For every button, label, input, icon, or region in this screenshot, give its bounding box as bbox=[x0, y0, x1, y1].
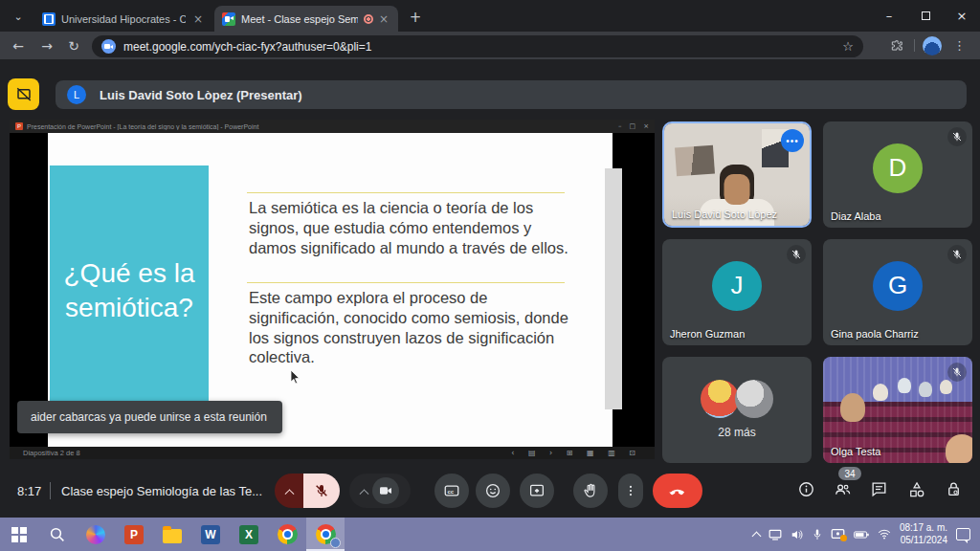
camera-options-chevron[interactable] bbox=[360, 489, 369, 498]
wall-picture bbox=[675, 145, 715, 177]
reactions-button[interactable] bbox=[476, 474, 510, 508]
meet-call-overlay-icon bbox=[330, 538, 341, 548]
close-button[interactable]: × bbox=[944, 0, 980, 32]
mic-off-icon bbox=[947, 363, 967, 382]
tile-gina[interactable]: G Gina paola Charriz bbox=[823, 239, 972, 345]
audience-person bbox=[840, 393, 865, 422]
excel-taskbar-button[interactable]: X bbox=[230, 518, 268, 551]
wifi-icon[interactable] bbox=[878, 529, 891, 540]
bookmark-star-icon[interactable]: ☆ bbox=[842, 39, 854, 54]
extensions-icon[interactable] bbox=[890, 39, 903, 53]
presenter-avatar: L bbox=[67, 85, 86, 104]
more-options-button[interactable] bbox=[618, 474, 643, 508]
mic-button[interactable] bbox=[275, 474, 340, 508]
participant-name: Olga Testa bbox=[831, 446, 880, 457]
chat-button[interactable] bbox=[870, 480, 888, 502]
tile-overflow[interactable]: 28 más bbox=[662, 357, 812, 463]
present-icon bbox=[528, 482, 546, 499]
tab-search-button[interactable]: ⌄ bbox=[8, 7, 29, 26]
host-controls-button[interactable] bbox=[945, 480, 963, 502]
presenter-banner[interactable]: L Luis David Soto Lòpez (Presentar) bbox=[56, 80, 967, 109]
address-bar[interactable]: meet.google.com/ych-ciac-fyx?authuser=0&… bbox=[92, 35, 863, 57]
taskbar-clock[interactable]: 08:17 a. m. 05/11/2024 bbox=[900, 522, 947, 546]
minimize-button[interactable]: – bbox=[871, 0, 907, 32]
ppt-close-icon: × bbox=[643, 122, 649, 130]
meeting-details-button[interactable] bbox=[797, 480, 815, 502]
mic-muted-toggle[interactable] bbox=[303, 474, 340, 508]
action-center-icon[interactable] bbox=[956, 528, 970, 540]
slide-divider bbox=[247, 192, 565, 193]
search-icon bbox=[49, 526, 66, 543]
info-icon bbox=[797, 480, 815, 498]
cast-icon[interactable] bbox=[768, 529, 782, 540]
join-toast: aider cabarcas ya puede unirse a esta re… bbox=[17, 401, 282, 433]
screen-share-icon[interactable] bbox=[831, 528, 845, 540]
clock-time: 08:17 a. m. bbox=[900, 522, 947, 535]
meet-control-bar: 8:17 Clase espejo Semiología de las Te..… bbox=[0, 464, 980, 518]
browser-menu-icon[interactable]: ⋮ bbox=[953, 35, 966, 56]
raise-hand-button[interactable] bbox=[573, 474, 608, 508]
present-screen-button[interactable] bbox=[520, 474, 554, 508]
slide-title-line2: semiótica? bbox=[65, 291, 193, 325]
start-button[interactable] bbox=[0, 518, 38, 551]
forward-button[interactable]: → bbox=[36, 35, 57, 56]
tile-diaz[interactable]: D Diaz Alaba bbox=[823, 121, 972, 228]
restore-icon bbox=[922, 11, 930, 20]
tile-olga[interactable]: Olga Testa bbox=[823, 357, 972, 463]
captions-icon: cc bbox=[443, 482, 460, 499]
powerpoint-titlebar: P Presentación de PowerPoint - [La teorí… bbox=[10, 120, 655, 133]
restore-button[interactable] bbox=[907, 0, 944, 32]
meeting-clock: 8:17 bbox=[17, 484, 41, 498]
browser-tab-strip: ⌄ Universidad Hipocrates - Calen × Meet … bbox=[0, 0, 980, 32]
audience-person bbox=[940, 380, 952, 394]
tab-close-icon[interactable]: × bbox=[377, 12, 390, 26]
tile-options-icon[interactable]: ••• bbox=[781, 129, 804, 152]
audience-person bbox=[873, 384, 888, 401]
avatar: J bbox=[712, 261, 762, 311]
participants-count-badge: 34 bbox=[838, 467, 861, 480]
microphone-tray-icon[interactable] bbox=[813, 528, 822, 541]
back-button[interactable]: ← bbox=[8, 35, 29, 56]
camera-button[interactable] bbox=[349, 474, 411, 508]
avatar bbox=[735, 380, 773, 418]
powerpoint-icon: P bbox=[15, 122, 23, 130]
word-icon: W bbox=[201, 525, 220, 544]
tile-jheron[interactable]: J Jheron Guzman bbox=[662, 239, 812, 345]
copilot-button[interactable] bbox=[77, 518, 115, 551]
camera-icon bbox=[378, 483, 393, 498]
chrome-meet-taskbar-button[interactable] bbox=[306, 518, 345, 551]
audience-person bbox=[946, 434, 972, 463]
slide-paragraph-2: Este campo explora el proceso de signifi… bbox=[249, 288, 572, 367]
new-tab-button[interactable]: + bbox=[406, 8, 425, 27]
battery-icon bbox=[854, 530, 869, 540]
ppt-view-controls[interactable]: ‹ ▤ › ⊞ ▦ ▥ ⊡ bbox=[511, 449, 641, 457]
divider bbox=[50, 482, 51, 499]
reload-button[interactable]: ↻ bbox=[63, 35, 84, 56]
file-explorer-button[interactable] bbox=[153, 518, 191, 551]
mic-options-chevron[interactable] bbox=[275, 474, 303, 508]
powerpoint-taskbar-button[interactable]: P bbox=[115, 518, 153, 551]
chat-icon bbox=[870, 480, 888, 498]
search-button[interactable] bbox=[38, 518, 77, 551]
chrome-taskbar-button[interactable] bbox=[268, 518, 306, 551]
presentation-off-icon bbox=[15, 86, 33, 103]
activities-button[interactable] bbox=[907, 480, 926, 503]
captions-button[interactable]: cc bbox=[434, 474, 469, 508]
end-call-button[interactable] bbox=[653, 474, 702, 508]
word-taskbar-button[interactable]: W bbox=[191, 518, 230, 551]
mic-off-icon bbox=[947, 127, 967, 146]
participants-button[interactable]: 34 bbox=[833, 480, 853, 502]
tray-expand-icon[interactable] bbox=[752, 531, 762, 540]
end-call-icon bbox=[668, 481, 687, 500]
overflow-avatars bbox=[701, 380, 773, 418]
presentation-off-chip[interactable] bbox=[8, 78, 39, 110]
tile-luis[interactable]: ••• Luis David Soto Lòpez bbox=[662, 121, 812, 228]
powerpoint-window-title: Presentación de PowerPoint - [La teoría … bbox=[27, 123, 611, 130]
windows-logo-icon bbox=[11, 527, 27, 542]
tab-universidad[interactable]: Universidad Hipocrates - Calen × bbox=[34, 6, 212, 32]
speaker-icon[interactable] bbox=[791, 529, 804, 540]
tab-close-icon[interactable]: × bbox=[191, 12, 205, 26]
tab-meet[interactable]: Meet - Clase espejo Semiol × bbox=[214, 6, 398, 32]
camera-toggle[interactable] bbox=[372, 477, 399, 504]
profile-avatar[interactable] bbox=[923, 36, 942, 55]
